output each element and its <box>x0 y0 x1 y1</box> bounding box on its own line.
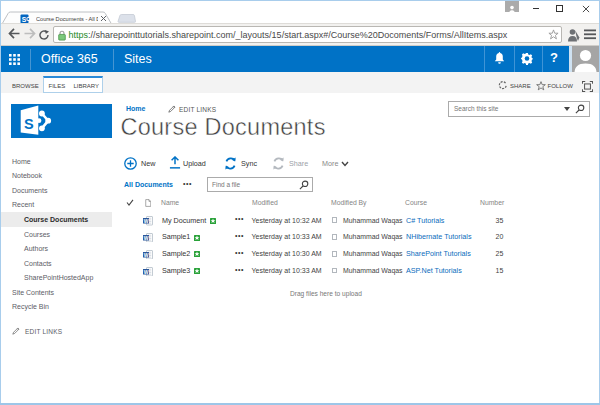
svg-text:W: W <box>144 218 149 224</box>
svg-text:W: W <box>144 235 149 241</box>
svg-text:W: W <box>144 251 149 257</box>
svg-text:S: S <box>22 16 27 23</box>
svg-text:W: W <box>144 268 149 274</box>
svg-text:S: S <box>24 115 34 131</box>
